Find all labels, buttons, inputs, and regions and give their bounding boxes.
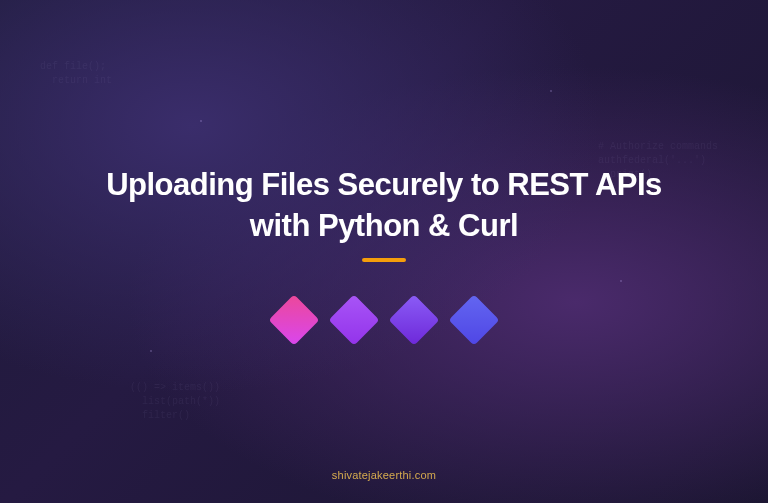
title-underline bbox=[362, 258, 406, 262]
diamond-purple-icon bbox=[329, 294, 380, 345]
title-line-1: Uploading Files Securely to REST APIs bbox=[106, 167, 662, 202]
hero-content: Uploading Files Securely to REST APIs wi… bbox=[0, 0, 768, 503]
decorative-diamonds bbox=[276, 302, 492, 338]
diamond-pink-icon bbox=[269, 294, 320, 345]
title-line-2: with Python & Curl bbox=[250, 208, 518, 243]
diamond-violet-icon bbox=[389, 294, 440, 345]
diamond-indigo-icon bbox=[449, 294, 500, 345]
page-title: Uploading Files Securely to REST APIs wi… bbox=[106, 165, 662, 246]
footer-domain: shivatejakeerthi.com bbox=[0, 469, 768, 481]
